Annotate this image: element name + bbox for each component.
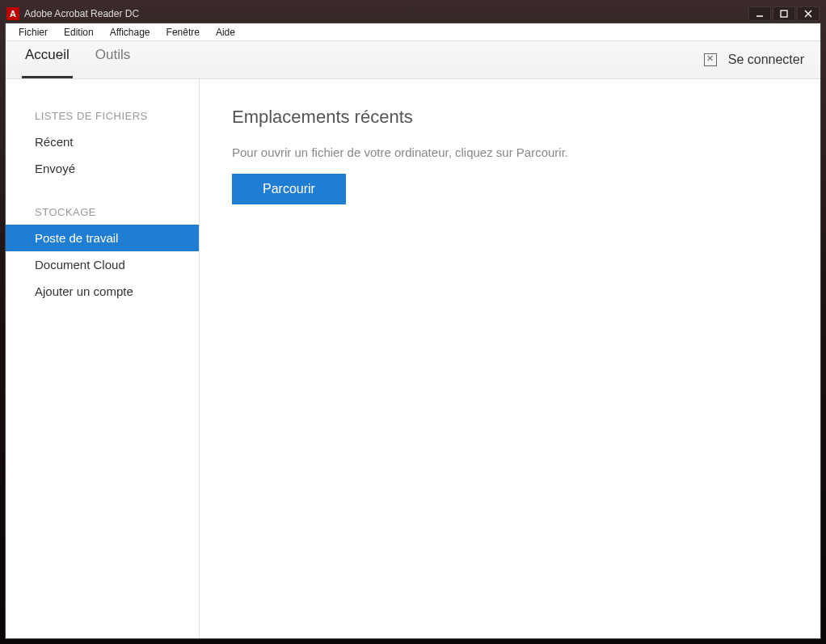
tab-outils[interactable]: Outils (92, 41, 133, 78)
sidebar-heading-stockage: STOCKAGE (6, 200, 199, 225)
titlebar[interactable]: A Adobe Acrobat Reader DC (5, 5, 821, 23)
svg-rect-1 (781, 11, 787, 17)
signin-icon (704, 53, 717, 66)
sidebar-item-document-cloud[interactable]: Document Cloud (6, 251, 199, 278)
page-title: Emplacements récents (232, 107, 788, 128)
menu-fichier[interactable]: Fichier (11, 25, 56, 40)
sidebar-section-stockage: STOCKAGE Poste de travail Document Cloud… (6, 200, 199, 305)
sidebar-item-ajouter-compte[interactable]: Ajouter un compte (6, 278, 199, 305)
main-area: Emplacements récents Pour ouvrir un fich… (200, 79, 820, 638)
sidebar-item-envoye[interactable]: Envoyé (6, 155, 199, 182)
menu-fenetre[interactable]: Fenêtre (158, 25, 208, 40)
hint-text: Pour ouvrir un fichier de votre ordinate… (232, 145, 788, 159)
tabbar: Accueil Outils Se connecter (6, 41, 820, 79)
sidebar-item-poste-de-travail[interactable]: Poste de travail (6, 225, 199, 251)
minimize-button[interactable] (748, 6, 771, 21)
browse-button[interactable]: Parcourir (232, 174, 346, 204)
menu-edition[interactable]: Edition (56, 25, 102, 40)
sidebar-item-recent[interactable]: Récent (6, 128, 199, 155)
window-title: Adobe Acrobat Reader DC (24, 8, 139, 19)
menu-aide[interactable]: Aide (208, 25, 243, 40)
window-controls (748, 6, 820, 21)
maximize-button[interactable] (773, 6, 795, 21)
menu-affichage[interactable]: Affichage (102, 25, 158, 40)
close-button[interactable] (797, 6, 820, 21)
menubar: Fichier Edition Affichage Fenêtre Aide (6, 23, 820, 41)
app-icon-letter: A (10, 9, 16, 19)
sidebar-section-listes: LISTES DE FICHIERS Récent Envoyé (6, 103, 199, 182)
tab-accueil[interactable]: Accueil (22, 41, 73, 78)
app-icon: A (6, 7, 19, 20)
signin-link[interactable]: Se connecter (728, 53, 804, 67)
sidebar-heading-listes: LISTES DE FICHIERS (6, 103, 199, 128)
tabbar-right: Se connecter (704, 53, 804, 67)
body-area: LISTES DE FICHIERS Récent Envoyé STOCKAG… (6, 79, 820, 638)
window-frame: A Adobe Acrobat Reader DC Fichier Editio… (0, 0, 826, 644)
sidebar: LISTES DE FICHIERS Récent Envoyé STOCKAG… (6, 79, 200, 638)
app-content: Fichier Edition Affichage Fenêtre Aide A… (5, 23, 821, 639)
